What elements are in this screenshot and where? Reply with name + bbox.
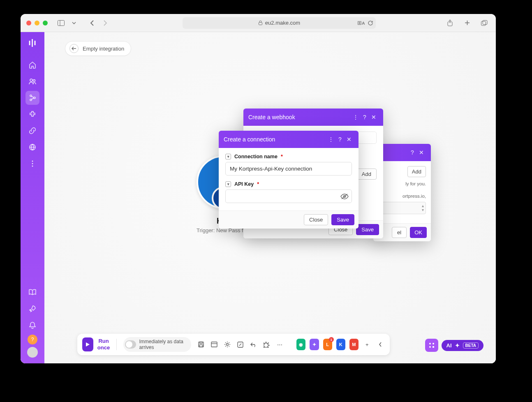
close-button[interactable]: Close — [304, 214, 328, 225]
dialog-help-button[interactable]: ? — [408, 148, 417, 157]
add-button[interactable]: Add — [356, 169, 377, 180]
app-chip[interactable]: ◉ — [296, 339, 305, 350]
app-chip[interactable]: L — [323, 339, 332, 350]
save-button[interactable]: Save — [356, 224, 379, 235]
sidebar-more[interactable] — [25, 157, 39, 171]
add-button[interactable]: Add — [407, 166, 426, 177]
svg-point-13 — [32, 163, 33, 164]
svg-point-6 — [30, 79, 32, 81]
notes-icon[interactable] — [208, 339, 220, 350]
breadcrumb-back[interactable]: Empty integration — [65, 41, 131, 56]
hint-text: ortpress.io, — [378, 194, 426, 199]
sidebar-connections[interactable] — [25, 124, 39, 138]
sidebar-team[interactable] — [25, 74, 39, 88]
numeric-input[interactable]: ▴▾ — [378, 202, 426, 214]
collapse-icon[interactable]: ▾ — [225, 154, 231, 159]
create-connection-dialog: Create a connection ⋮ ? ✕ ▾ Connection n… — [219, 131, 359, 229]
nav-forward-button[interactable] — [99, 17, 111, 29]
dialog-close-button[interactable]: ✕ — [345, 135, 354, 144]
auto-align-icon[interactable] — [261, 339, 273, 350]
dialog-title: Create a connection — [224, 136, 326, 143]
svg-point-14 — [32, 166, 33, 167]
svg-rect-0 — [58, 20, 64, 25]
reload-icon[interactable] — [368, 20, 373, 26]
ok-button[interactable]: OK — [410, 227, 427, 238]
sidebar-toggle-button[interactable] — [55, 17, 67, 29]
browser-window: eu2.make.com ⊞ᴀ ı|ı — [21, 14, 496, 363]
dialog-close-button[interactable]: ✕ — [369, 113, 378, 122]
lock-icon — [258, 20, 263, 25]
sidebar-home[interactable] — [25, 58, 39, 72]
close-window-button[interactable] — [26, 21, 31, 25]
sidebar-rocket[interactable] — [25, 302, 39, 316]
window-controls — [26, 21, 48, 25]
svg-point-12 — [32, 161, 33, 162]
sparkle-icon: ✦ — [455, 342, 460, 349]
add-app-button[interactable]: + — [363, 339, 372, 350]
back-arrow-icon — [69, 44, 79, 53]
svg-rect-18 — [200, 342, 202, 344]
chevron-down-icon[interactable] — [68, 17, 80, 29]
settings-icon[interactable] — [222, 339, 233, 350]
svg-point-10 — [34, 97, 35, 99]
app-chip-gmail[interactable]: M — [349, 339, 359, 350]
undo-icon[interactable] — [248, 339, 259, 350]
divider — [116, 339, 117, 350]
address-bar[interactable]: eu2.make.com ⊞ᴀ — [183, 17, 376, 29]
new-tab-button[interactable] — [461, 17, 473, 29]
dialog-help-button[interactable]: ? — [335, 135, 345, 144]
schedule-label: Immediately as data arrives — [139, 339, 186, 350]
url-text: eu2.make.com — [265, 20, 300, 26]
sidebar-help[interactable]: ? — [28, 335, 37, 344]
ai-grid-button[interactable] — [425, 339, 438, 352]
breadcrumb-label: Empty integration — [83, 46, 124, 52]
dialog-menu-button[interactable]: ⋮ — [351, 113, 360, 122]
tabs-overview-button[interactable] — [479, 17, 490, 29]
ai-label: AI — [446, 342, 452, 349]
dialog-help-button[interactable]: ? — [360, 113, 369, 122]
scenario-canvas[interactable]: Empty integration Kortpress Trigger: New… — [44, 32, 496, 363]
save-icon[interactable] — [195, 339, 207, 350]
app-chip[interactable]: K — [336, 339, 345, 350]
run-once-button[interactable] — [82, 337, 93, 351]
make-logo[interactable]: ı|ı — [28, 38, 37, 47]
api-key-input[interactable] — [225, 189, 352, 203]
share-button[interactable] — [444, 17, 456, 29]
hint-text: ly for you. — [378, 181, 426, 186]
schedule-toggle[interactable] — [125, 340, 136, 349]
sidebar-notifications[interactable] — [25, 318, 39, 332]
sidebar-scenarios[interactable] — [25, 91, 39, 105]
sidebar-templates[interactable] — [25, 107, 39, 121]
save-button[interactable]: Save — [331, 214, 354, 225]
connection-name-input[interactable] — [225, 162, 352, 176]
dialog-menu-button[interactable]: ⋮ — [326, 135, 335, 144]
svg-rect-19 — [199, 345, 203, 347]
browser-toolbar: eu2.make.com ⊞ᴀ — [21, 14, 496, 32]
schedule-pill[interactable]: Immediately as data arrives — [123, 337, 191, 352]
explain-icon[interactable] — [235, 339, 246, 350]
fullscreen-window-button[interactable] — [43, 21, 48, 25]
collapse-toolbar-icon[interactable] — [376, 339, 385, 350]
ai-button[interactable]: AI ✦ BETA — [442, 340, 483, 351]
app-sidebar: ı|ı — [21, 32, 44, 363]
sidebar-webhooks[interactable] — [25, 140, 39, 154]
dialog-title: Create a webhook — [248, 114, 351, 120]
svg-point-22 — [226, 344, 228, 346]
connection-name-label: Connection name — [234, 154, 278, 159]
beta-badge: BETA — [463, 342, 479, 349]
collapse-icon[interactable]: ▾ — [225, 181, 231, 187]
more-icon[interactable]: ⋯ — [274, 339, 286, 350]
svg-rect-4 — [481, 21, 486, 25]
app-chip[interactable]: ✦ — [310, 339, 319, 350]
svg-point-9 — [30, 99, 32, 101]
svg-point-8 — [30, 95, 32, 97]
nav-back-button[interactable] — [86, 17, 98, 29]
required-indicator: * — [281, 154, 283, 159]
dialog-close-button[interactable]: ✕ — [417, 148, 426, 157]
sidebar-avatar[interactable] — [27, 347, 38, 358]
cancel-button[interactable]: el — [392, 227, 407, 238]
translate-icon[interactable]: ⊞ᴀ — [357, 20, 365, 26]
sidebar-docs[interactable] — [25, 285, 39, 299]
minimize-window-button[interactable] — [35, 21, 39, 25]
toggle-visibility-icon[interactable] — [340, 193, 349, 200]
